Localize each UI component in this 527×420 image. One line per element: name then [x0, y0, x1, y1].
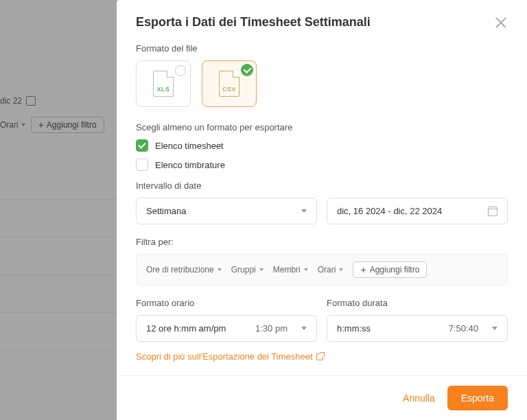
close-icon[interactable]: [494, 16, 508, 30]
date-range-value: dic, 16 2024 - dic, 22 2024: [337, 206, 442, 216]
modal-body: Formato del file XLS CSV Scegli almeno u…: [117, 30, 527, 375]
period-value: Settimana: [146, 206, 187, 216]
duration-format-value: h:mm:ss: [337, 323, 371, 334]
check-circle-icon: [241, 64, 253, 76]
time-format-value: 12 ore h:mm am/pm: [146, 323, 226, 334]
chevron-down-icon: [259, 268, 264, 271]
chevron-down-icon: [492, 327, 497, 330]
file-format-options: XLS CSV: [136, 60, 508, 107]
chevron-down-icon: [304, 268, 308, 271]
duration-format-select[interactable]: h:mm:ss 7:50:40: [327, 315, 508, 342]
chevron-down-icon: [301, 209, 307, 213]
filter-members[interactable]: Membri: [273, 265, 308, 275]
checkbox-timesheet[interactable]: [136, 139, 148, 152]
checkbox-timbrature[interactable]: [136, 159, 148, 171]
checkbox-timesheet-label: Elenco timesheet: [155, 141, 224, 151]
chevron-down-icon: [301, 327, 307, 330]
add-filter-button[interactable]: +Aggiungi filtro: [353, 261, 427, 278]
export-button[interactable]: Esporta: [447, 386, 508, 410]
date-range-picker[interactable]: dic, 16 2024 - dic, 22 2024: [327, 198, 508, 224]
filter-pay[interactable]: Ore di retribuzione: [146, 265, 222, 275]
time-format-select[interactable]: 12 ore h:mm am/pm 1:30 pm: [136, 315, 317, 342]
format-csv-card[interactable]: CSV: [202, 60, 257, 107]
chevron-down-icon: [218, 268, 222, 271]
duration-format-label: Formato durata: [327, 298, 508, 308]
modal-header: Esporta i Dati dei Timesheet Settimanali: [117, 0, 527, 30]
radio-unchecked-icon: [175, 65, 186, 76]
period-select[interactable]: Settimana: [136, 198, 317, 224]
file-format-label: Formato del file: [136, 43, 508, 54]
duration-format-example: 7:50:40: [449, 323, 478, 334]
choose-format-label: Scegli almeno un formato per esportare: [136, 122, 508, 132]
modal-footer: Annulla Esporta: [117, 375, 527, 420]
time-format-example: 1:30 pm: [255, 323, 288, 334]
filter-box: Ore di retribuzione Gruppi Membri Orari …: [136, 254, 508, 285]
filter-hours[interactable]: Orari: [318, 265, 344, 275]
file-csv-icon: CSV: [219, 71, 239, 97]
modal-title: Esporta i Dati dei Timesheet Settimanali: [136, 15, 371, 30]
learn-more-link[interactable]: Scopri di più sull'Esportazione dei Time…: [136, 351, 508, 362]
file-xls-icon: XLS: [153, 71, 174, 97]
plus-icon: +: [360, 265, 366, 275]
time-format-label: Formato orario: [136, 298, 317, 308]
date-range-label: Intervallo di date: [136, 180, 508, 191]
filter-groups[interactable]: Gruppi: [231, 265, 264, 275]
cancel-button[interactable]: Annulla: [403, 393, 435, 404]
format-xls-card[interactable]: XLS: [136, 60, 191, 107]
export-modal: Esporta i Dati dei Timesheet Settimanali…: [117, 0, 527, 420]
filter-by-label: Filtra per:: [136, 237, 508, 247]
chevron-down-icon: [339, 268, 343, 271]
external-link-icon: [316, 353, 323, 360]
calendar-icon: [488, 207, 497, 216]
checkbox-timbrature-label: Elenco timbrature: [155, 160, 225, 170]
